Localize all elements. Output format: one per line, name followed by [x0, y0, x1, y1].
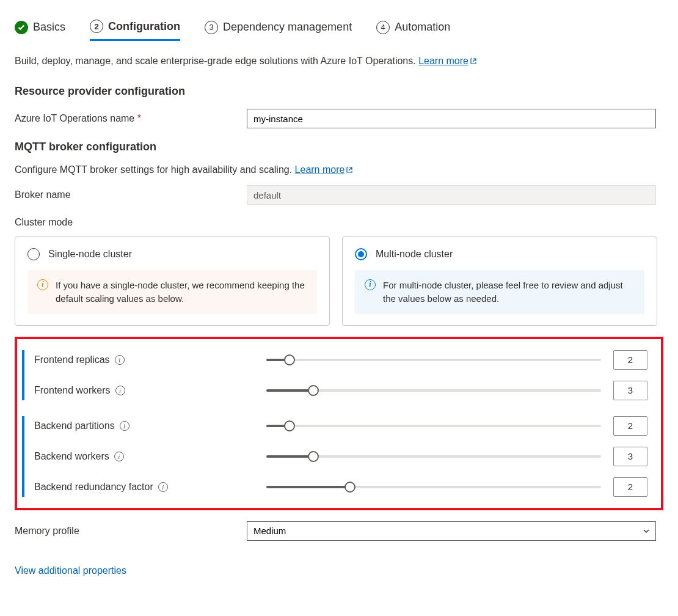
aio-name-input[interactable] — [247, 109, 656, 128]
backend-group: Backend partitionsi 2 Backend workersi 3… — [22, 416, 647, 497]
single-node-card[interactable]: Single-node cluster i If you have a sing… — [15, 237, 330, 326]
radio-multi-node[interactable] — [355, 248, 367, 260]
learn-more-link[interactable]: Learn more — [418, 56, 477, 66]
page-description: Build, deploy, manage, and scale enterpr… — [15, 56, 663, 67]
info-icon[interactable]: i — [114, 452, 124, 461]
multi-node-title: Multi-node cluster — [376, 249, 453, 260]
backend-redundancy-value[interactable]: 2 — [613, 477, 647, 497]
backend-partitions-slider[interactable] — [266, 425, 601, 427]
learn-more-link-mqtt[interactable]: Learn more — [295, 164, 354, 175]
aio-name-label: Azure IoT Operations name * — [15, 113, 247, 124]
mqtt-heading: MQTT broker configuration — [15, 141, 663, 153]
view-additional-properties-link[interactable]: View additional properties — [15, 565, 126, 576]
info-icon[interactable]: i — [158, 482, 168, 492]
frontend-group: Frontend replicasi 2 Frontend workersi 3 — [22, 350, 647, 400]
slider-label: Backend workers — [34, 451, 109, 462]
external-link-icon — [470, 57, 477, 65]
broker-name-input — [247, 185, 656, 205]
tab-label: Dependency management — [223, 21, 352, 34]
slider-label: Backend redundancy factor — [34, 482, 153, 493]
tab-label: Automation — [395, 21, 450, 34]
backend-workers-value[interactable]: 3 — [613, 447, 647, 466]
tab-automation[interactable]: 4 Automation — [376, 16, 450, 40]
frontend-replicas-row: Frontend replicasi 2 — [34, 350, 647, 370]
backend-workers-row: Backend workersi 3 — [34, 447, 647, 466]
info-icon[interactable]: i — [115, 386, 125, 395]
frontend-workers-slider[interactable] — [266, 389, 601, 392]
cluster-mode-label: Cluster mode — [15, 217, 663, 228]
tab-label: Basics — [33, 21, 65, 34]
slider-label: Frontend replicas — [34, 354, 110, 365]
backend-partitions-row: Backend partitionsi 2 — [34, 416, 647, 436]
frontend-workers-value[interactable]: 3 — [613, 381, 647, 400]
frontend-workers-row: Frontend workersi 3 — [34, 381, 647, 400]
resource-provider-heading: Resource provider configuration — [15, 85, 663, 98]
step-number: 2 — [90, 20, 103, 33]
broker-name-row: Broker name — [15, 185, 663, 205]
frontend-replicas-slider[interactable] — [266, 359, 601, 361]
multi-node-infobox: i For multi-node cluster, please feel fr… — [355, 270, 644, 314]
radio-single-node[interactable] — [27, 248, 40, 260]
single-node-title: Single-node cluster — [48, 249, 132, 260]
slider-label: Frontend workers — [34, 385, 111, 396]
aio-name-row: Azure IoT Operations name * — [15, 109, 663, 128]
step-number: 4 — [376, 21, 390, 34]
tab-label: Configuration — [108, 20, 180, 33]
info-icon[interactable]: i — [120, 421, 129, 431]
info-icon[interactable]: i — [115, 355, 125, 365]
single-node-info-text: If you have a single-node cluster, we re… — [56, 279, 307, 306]
tab-configuration[interactable]: 2 Configuration — [90, 15, 180, 41]
frontend-replicas-value[interactable]: 2 — [613, 350, 647, 370]
tab-dependency-management[interactable]: 3 Dependency management — [205, 16, 352, 40]
mqtt-subtitle: Configure MQTT broker settings for high … — [15, 164, 663, 175]
info-icon: i — [365, 279, 376, 290]
memory-profile-row: Memory profile Medium — [15, 521, 663, 541]
memory-profile-label: Memory profile — [15, 526, 247, 537]
cluster-mode-options: Single-node cluster i If you have a sing… — [15, 237, 663, 326]
backend-workers-slider[interactable] — [266, 455, 601, 458]
backend-partitions-value[interactable]: 2 — [613, 416, 647, 436]
external-link-icon — [346, 166, 353, 174]
info-icon: i — [37, 279, 48, 290]
highlighted-sliders-region: Frontend replicasi 2 Frontend workersi 3… — [15, 337, 663, 510]
multi-node-info-text: For multi-node cluster, please feel free… — [383, 279, 635, 306]
slider-label: Backend partitions — [34, 420, 115, 431]
broker-name-label: Broker name — [15, 189, 247, 200]
tab-basics[interactable]: Basics — [15, 16, 65, 40]
step-number: 3 — [205, 21, 218, 34]
wizard-tabs: Basics 2 Configuration 3 Dependency mana… — [15, 15, 663, 41]
check-icon — [15, 21, 28, 34]
backend-redundancy-slider[interactable] — [266, 486, 601, 488]
memory-profile-select[interactable]: Medium — [247, 521, 656, 541]
backend-redundancy-row: Backend redundancy factori 2 — [34, 477, 647, 497]
single-node-infobox: i If you have a single-node cluster, we … — [27, 270, 317, 314]
multi-node-card[interactable]: Multi-node cluster i For multi-node clus… — [342, 237, 657, 326]
